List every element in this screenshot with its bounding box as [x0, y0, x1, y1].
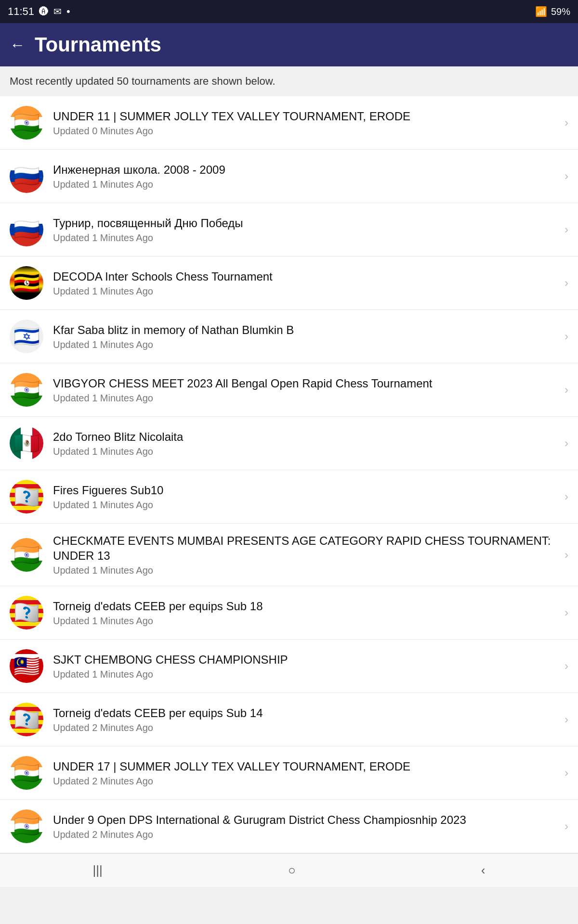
tournament-info: Инженерная школа. 2008 - 2009 Updated 1 … — [53, 162, 560, 190]
flag-icon: 🇲🇾 — [10, 649, 43, 683]
battery-text: 59% — [551, 6, 570, 17]
tournament-updated: Updated 2 Minutes Ago — [53, 722, 560, 733]
time: 11:51 — [8, 5, 34, 18]
tournament-item[interactable]: 🇮🇳 Under 9 Open DPS International & Guru… — [0, 800, 578, 853]
tournament-info: VIBGYOR CHESS MEET 2023 All Bengal Open … — [53, 376, 560, 404]
chevron-right-icon: › — [565, 820, 568, 833]
wifi-icon: 📶 — [535, 6, 547, 17]
bottom-nav: ||| ○ ‹ — [0, 853, 578, 887]
back-button[interactable]: ← — [10, 37, 25, 52]
chevron-right-icon: › — [565, 223, 568, 236]
tournament-item[interactable]: 🇮🇳 VIBGYOR CHESS MEET 2023 All Bengal Op… — [0, 363, 578, 417]
subtitle-text: Most recently updated 50 tournaments are… — [0, 66, 578, 96]
status-bar-right: 📶 59% — [535, 6, 570, 17]
tournament-updated: Updated 1 Minutes Ago — [53, 232, 560, 244]
tournament-item[interactable]: 🇮🇳 UNDER 17 | SUMMER JOLLY TEX VALLEY TO… — [0, 746, 578, 800]
chevron-right-icon: › — [565, 659, 568, 673]
flag-icon: 🇮🇳 — [10, 809, 43, 843]
flag-icon: 🇮🇳 — [10, 106, 43, 140]
flag-icon: 🏴󠁥󠁳󠁣󠁴󠁿 — [10, 596, 43, 629]
tournament-item[interactable]: 🇲🇾 SJKT CHEMBONG CHESS CHAMPIONSHIP Upda… — [0, 640, 578, 693]
flag-icon: 🇲🇽 — [10, 426, 43, 460]
tournament-item[interactable]: 🇮🇳 CHECKMATE EVENTS MUMBAI PRESENTS AGE … — [0, 524, 578, 586]
flag-icon: 🇺🇬 — [10, 266, 43, 300]
tournament-item[interactable]: 🇲🇽 2do Torneo Blitz Nicolaita Updated 1 … — [0, 417, 578, 470]
chevron-right-icon: › — [565, 606, 568, 619]
status-bar-left: 11:51 🅐 ✉ • — [8, 5, 70, 18]
flag-icon: 🇷🇺 — [10, 213, 43, 246]
tournament-info: Torneig d'edats CEEB per equips Sub 14 U… — [53, 706, 560, 733]
tournament-updated: Updated 1 Minutes Ago — [53, 565, 560, 576]
tournament-item[interactable]: 🇷🇺 Инженерная школа. 2008 - 2009 Updated… — [0, 150, 578, 203]
tournament-info: Турнир, посвященный Дню Победы Updated 1… — [53, 216, 560, 244]
chevron-right-icon: › — [565, 330, 568, 343]
gmail-icon: ✉ — [53, 6, 62, 17]
tournament-updated: Updated 1 Minutes Ago — [53, 179, 560, 190]
tournament-name: UNDER 11 | SUMMER JOLLY TEX VALLEY TOURN… — [53, 109, 560, 124]
tournament-updated: Updated 1 Minutes Ago — [53, 669, 560, 680]
flag-icon: 🇮🇱 — [10, 320, 43, 353]
header: ← Tournaments — [0, 23, 578, 66]
tournament-updated: Updated 1 Minutes Ago — [53, 339, 560, 350]
tournament-info: DECODA Inter Schools Chess Tournament Up… — [53, 269, 560, 297]
tournament-info: CHECKMATE EVENTS MUMBAI PRESENTS AGE CAT… — [53, 533, 560, 576]
page-title: Tournaments — [35, 33, 161, 56]
tournament-name: Torneig d'edats CEEB per equips Sub 18 — [53, 599, 560, 614]
chevron-right-icon: › — [565, 383, 568, 397]
tournament-updated: Updated 1 Minutes Ago — [53, 393, 560, 404]
flag-icon: 🇷🇺 — [10, 159, 43, 193]
nav-back[interactable]: ‹ — [467, 858, 500, 883]
tournament-info: UNDER 11 | SUMMER JOLLY TEX VALLEY TOURN… — [53, 109, 560, 137]
tournament-name: Инженерная школа. 2008 - 2009 — [53, 162, 560, 177]
flag-icon: 🇮🇳 — [10, 373, 43, 407]
dot-indicator: • — [66, 5, 70, 18]
tournament-info: Kfar Saba blitz in memory of Nathan Blum… — [53, 322, 560, 350]
tournament-item[interactable]: 🏴󠁥󠁳󠁣󠁴󠁿 Torneig d'edats CEEB per equips S… — [0, 693, 578, 746]
tournament-item[interactable]: 🏴󠁥󠁳󠁣󠁴󠁿 Fires Figueres Sub10 Updated 1 Mi… — [0, 470, 578, 524]
tournament-name: 2do Torneo Blitz Nicolaita — [53, 429, 560, 444]
tournament-info: SJKT CHEMBONG CHESS CHAMPIONSHIP Updated… — [53, 652, 560, 680]
tournament-item[interactable]: 🏴󠁥󠁳󠁣󠁴󠁿 Torneig d'edats CEEB per equips S… — [0, 586, 578, 640]
tournament-item[interactable]: 🇺🇬 DECODA Inter Schools Chess Tournament… — [0, 257, 578, 310]
tournament-info: 2do Torneo Blitz Nicolaita Updated 1 Min… — [53, 429, 560, 457]
tournament-name: VIBGYOR CHESS MEET 2023 All Bengal Open … — [53, 376, 560, 391]
tournament-item[interactable]: 🇮🇳 UNDER 11 | SUMMER JOLLY TEX VALLEY TO… — [0, 96, 578, 150]
tournament-updated: Updated 1 Minutes Ago — [53, 286, 560, 297]
tournament-list: 🇮🇳 UNDER 11 | SUMMER JOLLY TEX VALLEY TO… — [0, 96, 578, 853]
tournament-info: UNDER 17 | SUMMER JOLLY TEX VALLEY TOURN… — [53, 759, 560, 787]
chevron-right-icon: › — [565, 490, 568, 503]
flag-icon: 🏴󠁥󠁳󠁣󠁴󠁿 — [10, 703, 43, 736]
tournament-updated: Updated 1 Minutes Ago — [53, 616, 560, 627]
tournament-name: UNDER 17 | SUMMER JOLLY TEX VALLEY TOURN… — [53, 759, 560, 774]
chevron-right-icon: › — [565, 436, 568, 450]
chevron-right-icon: › — [565, 548, 568, 562]
tournament-updated: Updated 1 Minutes Ago — [53, 446, 560, 457]
flag-icon: 🇮🇳 — [10, 756, 43, 790]
chevron-right-icon: › — [565, 169, 568, 183]
tournament-item[interactable]: 🇮🇱 Kfar Saba blitz in memory of Nathan B… — [0, 310, 578, 363]
notification-icon: 🅐 — [39, 6, 49, 17]
flag-icon: 🏴󠁥󠁳󠁣󠁴󠁿 — [10, 480, 43, 513]
tournament-name: Torneig d'edats CEEB per equips Sub 14 — [53, 706, 560, 720]
chevron-right-icon: › — [565, 116, 568, 129]
tournament-item[interactable]: 🇷🇺 Турнир, посвященный Дню Победы Update… — [0, 203, 578, 257]
tournament-name: Турнир, посвященный Дню Победы — [53, 216, 560, 231]
tournament-updated: Updated 2 Minutes Ago — [53, 776, 560, 787]
status-bar: 11:51 🅐 ✉ • 📶 59% — [0, 0, 578, 23]
tournament-name: SJKT CHEMBONG CHESS CHAMPIONSHIP — [53, 652, 560, 667]
tournament-name: DECODA Inter Schools Chess Tournament — [53, 269, 560, 284]
tournament-info: Fires Figueres Sub10 Updated 1 Minutes A… — [53, 483, 560, 511]
tournament-updated: Updated 1 Minutes Ago — [53, 500, 560, 511]
tournament-name: CHECKMATE EVENTS MUMBAI PRESENTS AGE CAT… — [53, 533, 560, 563]
chevron-right-icon: › — [565, 713, 568, 726]
tournament-info: Torneig d'edats CEEB per equips Sub 18 U… — [53, 599, 560, 627]
nav-home[interactable]: ○ — [274, 858, 310, 883]
flag-icon: 🇮🇳 — [10, 538, 43, 572]
tournament-name: Fires Figueres Sub10 — [53, 483, 560, 498]
tournament-updated: Updated 0 Minutes Ago — [53, 126, 560, 137]
tournament-updated: Updated 2 Minutes Ago — [53, 829, 560, 840]
nav-recent-apps[interactable]: ||| — [79, 858, 117, 883]
chevron-right-icon: › — [565, 766, 568, 780]
chevron-right-icon: › — [565, 276, 568, 290]
tournament-info: Under 9 Open DPS International & Gurugra… — [53, 812, 560, 840]
